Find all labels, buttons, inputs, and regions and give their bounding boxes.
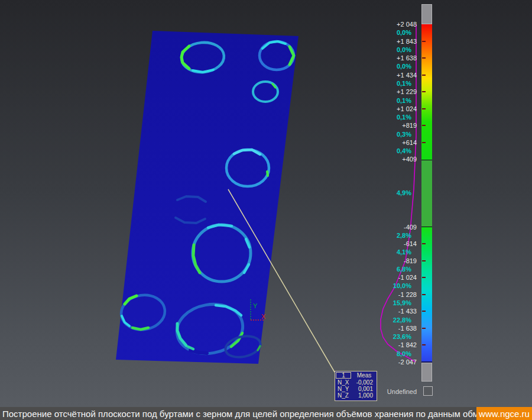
scale-percent-label: 0,0% bbox=[397, 29, 411, 36]
application-window: Y X +2 048+1 843+1 638+1 434+1 229+1 024… bbox=[0, 0, 532, 420]
measurement-row: N_Y 0,001 bbox=[335, 386, 377, 392]
scale-value-label: +1 024 bbox=[397, 105, 417, 112]
measurement-row: N_X -0,002 bbox=[335, 379, 377, 386]
measurement-row-label: N_X bbox=[335, 379, 354, 386]
scale-value-label: -1 024 bbox=[398, 274, 417, 281]
status-bar: Построение отсчётной плоскости под бурта… bbox=[0, 407, 532, 420]
scale-value-label: +614 bbox=[402, 139, 417, 146]
ring-accent-green bbox=[267, 172, 268, 176]
measurement-row-label: N_Z bbox=[335, 392, 354, 399]
colorbar-mid-band bbox=[421, 160, 432, 227]
scale-tick bbox=[422, 344, 426, 345]
scale-tick bbox=[422, 142, 426, 143]
scale-value-label: -409 bbox=[404, 224, 417, 231]
x-axis-label: X bbox=[261, 313, 266, 320]
scale-percent-label: 0,0% bbox=[397, 46, 411, 53]
undefined-label: Undefined bbox=[387, 387, 417, 396]
scale-tick bbox=[422, 328, 426, 329]
scale-tick bbox=[422, 125, 426, 126]
scale-value-label: -1 228 bbox=[398, 291, 417, 298]
scale-value-label: -1 842 bbox=[398, 341, 417, 348]
scale-tick bbox=[422, 243, 426, 244]
measurement-row-value: -0,002 bbox=[354, 379, 377, 386]
scale-value-label: +2 048 bbox=[397, 21, 417, 28]
scale-percent-label: 22,8% bbox=[393, 316, 411, 324]
measurement-row-value: 0,001 bbox=[354, 386, 377, 392]
status-text: Построение отсчётной плоскости под бурта… bbox=[0, 409, 476, 419]
measurement-row-label: N_Y bbox=[335, 386, 354, 392]
scale-value-label: -1 433 bbox=[398, 308, 417, 315]
scale-value-label: +819 bbox=[402, 122, 417, 129]
scale-tick bbox=[422, 75, 426, 76]
scale-percent-label: 4,9% bbox=[397, 189, 411, 196]
scale-percent-label: 23,6% bbox=[393, 333, 411, 340]
scale-value-label: -1 638 bbox=[398, 325, 417, 332]
y-axis-label: Y bbox=[253, 302, 258, 309]
scale-percent-label: 0,1% bbox=[397, 114, 411, 121]
scale-percent-label: 0,0% bbox=[397, 63, 411, 70]
scale-tick bbox=[422, 57, 426, 59]
scale-tick bbox=[422, 277, 426, 278]
scale-tick bbox=[422, 294, 426, 295]
colorbar-bottom-cap bbox=[421, 363, 432, 382]
scale-tick bbox=[422, 41, 426, 42]
scale-percent-label: 15,9% bbox=[393, 299, 411, 306]
scale-tick bbox=[422, 260, 426, 261]
scale-value-label: +1 229 bbox=[397, 88, 417, 95]
scale-tick bbox=[422, 91, 426, 92]
measurement-title: Meas bbox=[352, 371, 377, 379]
scale-percent-label: 10,0% bbox=[393, 282, 411, 289]
reference-plane bbox=[116, 31, 299, 364]
scale-value-label: +409 bbox=[402, 156, 417, 163]
scale-value-label: -614 bbox=[404, 240, 417, 247]
measurement-box-header: 1 Meas bbox=[335, 371, 377, 379]
scale-percent-label: 4,1% bbox=[397, 248, 411, 256]
scale-value-label: +1 638 bbox=[397, 54, 417, 62]
scale-tick bbox=[422, 108, 426, 109]
scale-value-label: -2 047 bbox=[398, 358, 417, 366]
scale-percent-label: 0,4% bbox=[397, 147, 411, 154]
measurement-row-value: 1,000 bbox=[354, 392, 377, 399]
scale-percent-label: 8,0% bbox=[397, 350, 411, 357]
colorbar-top-cap bbox=[421, 4, 432, 24]
undefined-color-swatch bbox=[423, 386, 433, 396]
scale-value-label: +1 843 bbox=[397, 38, 417, 45]
scale-percent-label: 0,1% bbox=[397, 97, 411, 104]
measurement-row: N_Z 1,000 bbox=[335, 392, 377, 399]
website-link[interactable]: www.ngce.ru bbox=[476, 407, 532, 420]
3d-viewport[interactable]: Y X bbox=[0, 0, 532, 407]
scale-percent-label: 0,1% bbox=[397, 80, 411, 87]
scale-value-label: -819 bbox=[404, 257, 417, 264]
scale-value-label: +1 434 bbox=[397, 72, 417, 79]
measurement-index: 1 bbox=[336, 372, 351, 379]
scale-percent-label: 2,8% bbox=[397, 232, 411, 239]
measurement-box[interactable]: 1 Meas N_X -0,002 N_Y 0,001 N_Z 1,000 bbox=[335, 371, 377, 401]
scale-tick bbox=[422, 311, 426, 312]
scale-percent-label: 6,8% bbox=[397, 266, 411, 273]
scale-percent-label: 0,3% bbox=[397, 131, 411, 138]
